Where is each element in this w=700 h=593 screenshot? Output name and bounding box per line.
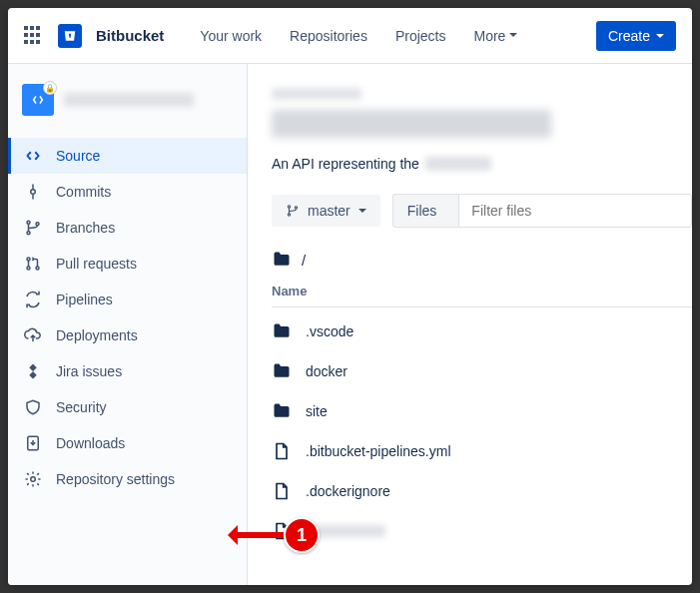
create-button[interactable]: Create	[596, 21, 676, 51]
sidebar-item-pull-requests[interactable]: Pull requests	[8, 246, 247, 282]
sidebar-item-source[interactable]: Source	[8, 138, 247, 174]
folder-icon	[272, 321, 292, 341]
sidebar-item-label: Repository settings	[56, 471, 175, 487]
file-name: site	[306, 403, 328, 419]
sidebar-item-label: Commits	[56, 184, 111, 200]
branch-icon	[24, 219, 42, 237]
nav-more[interactable]: More	[464, 20, 528, 52]
svg-point-0	[31, 190, 36, 195]
file-name: .bitbucket-pipelines.yml	[306, 443, 451, 459]
file-row[interactable]: .bitbucket-pipelines.yml	[272, 431, 692, 471]
lock-icon: 🔒	[43, 81, 57, 95]
breadcrumb-redacted	[272, 88, 361, 100]
path-breadcrumb[interactable]: /	[272, 250, 692, 270]
repo-icon: 🔒	[22, 84, 54, 116]
sidebar-item-label: Branches	[56, 220, 115, 236]
sidebar-item-deployments[interactable]: Deployments	[8, 317, 247, 353]
pull-request-icon	[24, 255, 42, 273]
sidebar-item-repository-settings[interactable]: Repository settings	[8, 461, 247, 497]
svg-point-8	[36, 267, 39, 270]
repo-name-redacted	[64, 93, 194, 107]
main-content: An API representing the master Files	[248, 64, 692, 585]
sidebar-item-label: Pull requests	[56, 256, 137, 272]
svg-point-11	[288, 206, 290, 208]
chevron-down-icon	[358, 209, 366, 217]
sidebar-item-label: Jira issues	[56, 363, 122, 379]
sidebar-item-jira-issues[interactable]: Jira issues	[8, 353, 247, 389]
svg-point-12	[288, 214, 290, 216]
sidebar-item-label: Deployments	[56, 327, 138, 343]
file-row[interactable]: docker	[272, 351, 692, 391]
file-row[interactable]	[272, 511, 692, 551]
folder-icon	[272, 250, 292, 270]
sidebar-item-label: Source	[56, 148, 100, 164]
svg-point-3	[27, 221, 30, 224]
bitbucket-logo-icon[interactable]	[58, 24, 82, 48]
svg-point-10	[31, 477, 36, 482]
folder-icon	[272, 401, 292, 421]
brand-name[interactable]: Bitbucket	[96, 27, 164, 44]
app-switcher-icon[interactable]	[24, 26, 44, 46]
sidebar-item-downloads[interactable]: Downloads	[8, 425, 247, 461]
svg-point-4	[27, 232, 30, 235]
desc-redacted	[425, 157, 491, 171]
svg-point-6	[27, 258, 30, 261]
source-icon	[24, 147, 42, 165]
nav-projects[interactable]: Projects	[385, 20, 456, 52]
sidebar-item-commits[interactable]: Commits	[8, 174, 247, 210]
svg-point-13	[295, 207, 297, 209]
sidebar-item-label: Pipelines	[56, 292, 113, 307]
svg-point-7	[27, 267, 30, 270]
sidebar-item-label: Security	[56, 399, 107, 415]
nav-repositories[interactable]: Repositories	[280, 20, 377, 52]
file-row[interactable]: .dockerignore	[272, 471, 692, 511]
file-row[interactable]: .vscode	[272, 311, 692, 351]
download-icon	[24, 434, 42, 452]
sidebar: 🔒 Source Commits Branches Pull requests	[8, 64, 248, 585]
file-icon	[272, 441, 292, 461]
nav-your-work[interactable]: Your work	[190, 20, 272, 52]
gear-icon	[24, 470, 42, 488]
svg-point-5	[36, 223, 39, 226]
top-nav: Bitbucket Your work Repositories Project…	[8, 8, 692, 64]
jira-icon	[24, 362, 42, 380]
sidebar-item-pipelines[interactable]: Pipelines	[8, 282, 247, 317]
file-row[interactable]: site	[272, 391, 692, 431]
folder-icon	[272, 361, 292, 381]
filter-files-input[interactable]	[458, 194, 692, 228]
files-filter-dropdown[interactable]: Files	[392, 194, 459, 228]
sidebar-item-label: Downloads	[56, 435, 125, 451]
project-header[interactable]: 🔒	[8, 76, 247, 124]
pipelines-icon	[24, 291, 42, 308]
sidebar-item-security[interactable]: Security	[8, 389, 247, 425]
shield-icon	[24, 398, 42, 416]
file-name: .vscode	[306, 323, 353, 339]
file-name: docker	[306, 363, 348, 379]
page-title-redacted	[272, 110, 551, 138]
file-icon	[272, 521, 292, 541]
branch-selector[interactable]: master	[272, 195, 380, 227]
file-icon	[272, 481, 292, 501]
file-name-cutoff	[306, 525, 385, 537]
repo-description: An API representing the	[272, 156, 692, 172]
commit-icon	[24, 183, 42, 201]
sidebar-item-branches[interactable]: Branches	[8, 210, 247, 246]
file-name: .dockerignore	[306, 483, 390, 499]
column-header-name: Name	[272, 284, 692, 307]
deployments-icon	[24, 326, 42, 344]
